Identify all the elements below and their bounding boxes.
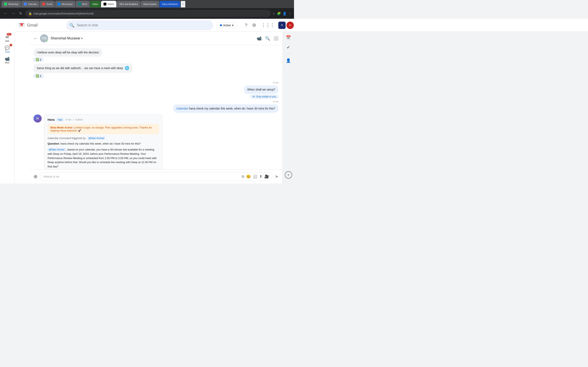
tab-hana-interfaces[interactable]: Hana Interfaces <box>159 1 180 7</box>
tab-notion-label: Notion <box>108 3 114 5</box>
sidebar-item-chat[interactable]: 💬 1 Chat <box>0 44 15 54</box>
reaction-emoji-1: ✅ <box>36 58 39 61</box>
add-button[interactable]: ⊕ <box>34 174 38 179</box>
tab-notion[interactable]: Notion <box>101 1 117 7</box>
meet-label: Meet <box>5 62 9 64</box>
mail-icon: ✉ <box>6 35 9 39</box>
add-panel-button[interactable]: + <box>285 171 292 179</box>
reaction-chip-2[interactable]: ✅ 1 <box>34 74 43 78</box>
tab-messenger[interactable]: Messenger <box>55 1 75 7</box>
contacts-panel-icon[interactable]: 👤 <box>285 57 293 65</box>
hanabi-logo[interactable]: H <box>278 22 286 29</box>
input-placeholder: History is on <box>43 175 240 178</box>
search-input[interactable] <box>77 24 210 27</box>
question-label: Question <box>48 142 59 145</box>
panel-divider <box>285 54 292 54</box>
messages-area[interactable]: I believe even deep will be okay with th… <box>29 45 283 169</box>
hanabi-logo-group: H H <box>278 22 294 29</box>
app-dot: • <box>73 118 74 121</box>
calendar-trigger-line: /calendar command triggered by @Nav Arch… <box>48 137 159 140</box>
calendar-bubble: /calendar hana check my calendar this we… <box>173 104 278 113</box>
search-chat-icon[interactable]: 🔍 <box>265 36 270 41</box>
profile-icon[interactable]: 👤 <box>283 12 287 16</box>
gmail-app-name: Gmail <box>27 23 38 27</box>
mail-label: Mail <box>5 40 9 42</box>
address-bar-icons: ☆ 🧩 👤 ⋮ <box>272 12 292 16</box>
message-input-box[interactable]: History is on A 😊 ⬜ ⬆ 🎥 <box>40 172 272 181</box>
sidebar-item-mail[interactable]: ✉ 99+ Mail <box>0 33 15 43</box>
reaction-chip-1[interactable]: ✅ 1 <box>34 58 43 62</box>
right-panel: 📅 ✔ 👤 + <box>283 32 294 184</box>
video-call-icon[interactable]: 📹 <box>257 36 262 41</box>
reaction-count-1: 1 <box>40 58 41 61</box>
help-icon[interactable]: ? <box>243 21 249 29</box>
message-bubble-1: I believe even deep will be okay with th… <box>34 48 102 57</box>
browser-chrome: WhatsApp Calendar Gmail Messenger Meet S… <box>0 0 294 8</box>
layout-icon[interactable]: ⬜ <box>273 36 278 41</box>
user-avatar[interactable]: H <box>286 22 294 29</box>
sent-time-label: 4 min <box>273 100 278 103</box>
tab-sales[interactable]: Sales <box>90 1 101 7</box>
back-button[interactable]: ← <box>2 11 9 17</box>
tab-hana-system[interactable]: Hana System <box>141 1 159 7</box>
emoji-icon[interactable]: 😊 <box>246 174 251 179</box>
forward-button[interactable]: → <box>10 11 16 17</box>
contact-name: Shamshad Muzawar <box>51 36 80 40</box>
tab-hana-interfaces-label: Hana Interfaces <box>162 3 178 5</box>
avatar-emoji: 🌐 <box>125 66 129 71</box>
menu-icon[interactable]: ⋮ <box>288 12 292 16</box>
calendar-panel-icon[interactable]: 📅 <box>285 33 293 42</box>
tab-gmail[interactable]: Gmail <box>40 1 55 7</box>
tab-whatsapp[interactable]: WhatsApp <box>2 1 21 7</box>
mail-icon-wrap: ✉ 99+ <box>6 35 9 40</box>
main-content: ← SM Shamshad Muzawar ▾ 📹 🔍 ⬜ I believe … <box>29 32 283 184</box>
upload-icon[interactable]: ⬆ <box>259 174 262 179</box>
address-bar[interactable]: 🔒 mail.google.com/mail/u/0/#chat/dm/vAQN… <box>25 10 271 17</box>
message-bubble-2: Same thing as we did with sathosh… we ca… <box>34 63 132 73</box>
calendar-msg-text: hana check my calendar this week, when d… <box>189 107 275 110</box>
sidebar-item-meet[interactable]: 📹 Meet <box>0 55 15 65</box>
chat-header-actions: 📹 🔍 ⬜ <box>257 36 278 41</box>
contact-chevron-icon[interactable]: ▾ <box>81 37 83 40</box>
apps-icon[interactable]: ⋮⋮⋮ <box>260 21 276 29</box>
url-display: mail.google.com/mail/u/0/#chat/dm/vAQNvk… <box>34 12 94 15</box>
settings-icon[interactable]: ⚙ <box>251 21 258 29</box>
input-icons: A 😊 ⬜ ⬆ 🎥 <box>242 174 269 179</box>
hana-avatar: H <box>34 114 42 123</box>
video-icon[interactable]: 🎥 <box>264 174 269 179</box>
tab-meet[interactable]: Meet <box>76 1 90 7</box>
meet-icon: 📹 <box>5 56 10 61</box>
format-text-icon[interactable]: A <box>242 175 244 179</box>
bookmark-icon[interactable]: ☆ <box>272 12 275 16</box>
search-bar[interactable]: 🔍 <box>66 20 213 30</box>
back-button[interactable]: ← <box>34 36 38 41</box>
browser-tabs: WhatsApp Calendar Gmail Messenger Meet S… <box>2 1 292 8</box>
send-button[interactable]: ➤ <box>275 174 278 179</box>
gmail-logo: M Gmail <box>18 22 63 29</box>
tasks-panel-icon[interactable]: ✔ <box>285 43 293 51</box>
reload-button[interactable]: ↻ <box>18 10 24 17</box>
attach-icon[interactable]: ⬜ <box>253 174 257 179</box>
active-status-badge[interactable]: Active ▾ <box>216 22 237 28</box>
gmail-logo-icon: M <box>18 22 25 29</box>
time-separator: 5 min <box>34 81 278 84</box>
only-visible-label: Only visible to you <box>256 95 276 98</box>
app-name: Hana <box>48 118 54 121</box>
tab-seo[interactable]: SEO and Analytics <box>117 1 140 7</box>
address-bar-row: ← → ↻ 🔒 mail.google.com/mail/u/0/#chat/d… <box>0 8 294 19</box>
chat-icon-wrap: 💬 1 <box>5 45 10 50</box>
contact-avatar: SM <box>40 34 48 42</box>
sent-time-separator: 4 min <box>34 100 278 103</box>
chat-header: ← SM Shamshad Muzawar ▾ 📹 🔍 ⬜ <box>29 32 283 45</box>
active-chevron: ▾ <box>232 24 233 27</box>
message-received-1: I believe even deep will be okay with th… <box>34 48 181 62</box>
tab-calendar[interactable]: Calendar <box>21 1 40 7</box>
active-dot <box>220 24 222 26</box>
input-area: ⊕ History is on A 😊 ⬜ ⬆ 🎥 ➤ <box>29 169 283 184</box>
sent-text-1: When shall we setup? <box>247 88 275 91</box>
new-tab-button[interactable]: + <box>181 1 185 8</box>
only-visible-badge: 👁 Only visible to you <box>250 95 278 99</box>
calendar-trigger-label: /calendar command triggered by <box>48 137 86 140</box>
app-message-header: Hana App 4 min • Edited <box>48 118 159 122</box>
extensions-icon[interactable]: 🧩 <box>277 12 281 16</box>
